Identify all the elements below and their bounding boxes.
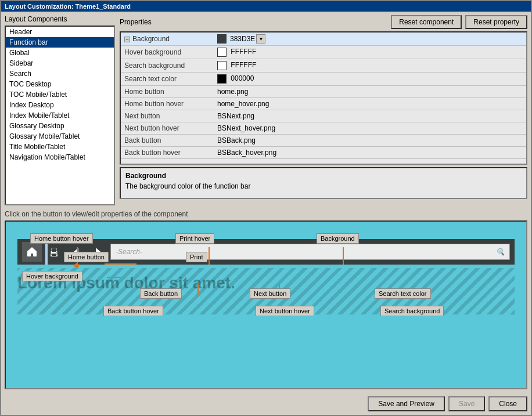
prop-value-search-text-color: 000000 [214, 73, 526, 86]
save-button[interactable]: Save [448, 396, 485, 411]
sidebar-item-title-mobile[interactable]: Title Mobile/Tablet [6, 142, 114, 152]
title-bar: Layout Customization: Theme1_Standard [1, 1, 531, 12]
prop-value-hover-background: FFFFFF [214, 46, 526, 59]
color-value-search-text-color: 000000 [231, 74, 254, 82]
collapse-icon[interactable]: − [124, 37, 130, 42]
annotation-print: Print [186, 252, 207, 262]
properties-panel: Properties Reset component Reset propert… [120, 15, 527, 205]
property-description: Background The background color of the f… [120, 167, 527, 199]
annotation-back-button-hover: Back button hover [103, 306, 163, 316]
description-text: The background color of the function bar [125, 182, 522, 190]
arrow-back-button [197, 283, 199, 295]
search-box-preview[interactable]: -Search- 🔍 [110, 244, 510, 260]
svg-rect-5 [52, 248, 56, 252]
swatch-background[interactable] [217, 34, 227, 44]
prop-value-home-button-hover: home_hover.png [214, 98, 526, 110]
sidebar-item-toc-desktop[interactable]: TOC Desktop [6, 79, 114, 89]
properties-table: −Background 383D3E ▼ [121, 32, 526, 159]
sidebar-item-toc-mobile[interactable]: TOC Mobile/Tablet [6, 89, 114, 100]
swatch-hover-background[interactable] [217, 48, 227, 57]
sidebar-item-glossary-mobile[interactable]: Glossary Mobile/Tablet [6, 131, 114, 142]
arrow-home-button-h [105, 263, 136, 265]
color-value-background: 383D3E [230, 35, 255, 43]
prop-name-next-button-hover: Next button hover [121, 122, 214, 135]
sidebar-item-sidebar[interactable]: Sidebar [6, 58, 114, 68]
layout-components-label: Layout Components [5, 15, 115, 23]
prop-value-next-button: BSNext.png [214, 110, 526, 122]
prop-name-home-button: Home button [121, 86, 214, 98]
arrow-background [343, 247, 344, 265]
prop-row-back-button-hover[interactable]: Back button hover BSBack_hover.png [121, 147, 526, 159]
properties-table-wrapper: −Background 383D3E ▼ [120, 31, 527, 165]
sidebar-item-nav-mobile[interactable]: Navigation Mobile/Tablet [6, 152, 114, 162]
svg-point-6 [56, 252, 57, 253]
color-value-hover-background: FFFFFF [231, 48, 256, 56]
color-dropdown-background: 383D3E ▼ [217, 34, 523, 44]
prop-row-search-text-color[interactable]: Search text color 000000 [121, 73, 526, 86]
save-preview-button[interactable]: Save and Preview [368, 396, 445, 411]
prop-row-back-button[interactable]: Back button BSBack.png [121, 135, 526, 147]
annotation-home-button: Home button [64, 252, 109, 262]
prop-row-next-button-hover[interactable]: Next button hover BSNext_hover.png [121, 122, 526, 135]
sidebar-item-global[interactable]: Global [6, 48, 114, 58]
prop-row-search-background[interactable]: Search background FFFFFF [121, 59, 526, 73]
sidebar-item-index-desktop[interactable]: Index Desktop [6, 100, 114, 110]
properties-label: Properties [120, 18, 152, 26]
prop-row-home-button[interactable]: Home button home.png [121, 86, 526, 98]
prop-value-next-button-hover: BSNext_hover.png [214, 122, 526, 135]
swatch-search-text-color[interactable] [217, 74, 227, 84]
prop-row-home-button-hover[interactable]: Home button hover home_hover.png [121, 98, 526, 110]
layout-list: Header Function bar Global Sidebar Searc… [5, 26, 115, 205]
prop-row-next-button[interactable]: Next button BSNext.png [121, 110, 526, 122]
properties-header: Properties Reset component Reset propert… [120, 15, 527, 29]
annotation-back-button: Back button [140, 288, 182, 299]
svg-marker-0 [27, 247, 37, 256]
sidebar-item-glossary-desktop[interactable]: Glossary Desktop [6, 121, 114, 131]
prop-name-back-button: Back button [121, 135, 214, 147]
annotation-background: Background [317, 233, 359, 244]
annotation-search-background: Search background [380, 306, 444, 316]
preview-section: -Search- 🔍 Lorem ipsum dolor sit amet. H… [5, 220, 527, 389]
dropdown-arrow-background[interactable]: ▼ [256, 34, 265, 44]
search-icon-preview: 🔍 [496, 248, 505, 256]
sidebar-item-search[interactable]: Search [6, 68, 114, 79]
annotation-print-hover: Print hover [175, 233, 214, 244]
window-title: Layout Customization: Theme1_Standard [5, 3, 131, 10]
annotation-next-button-hover: Next button hover [256, 306, 314, 316]
prop-name-next-button: Next button [121, 110, 214, 122]
arrow-hover-bg [107, 277, 121, 278]
prop-value-search-background: FFFFFF [214, 59, 526, 73]
annotation-search-text-color: Search text color [375, 288, 431, 299]
prop-value-home-button: home.png [214, 86, 526, 98]
sidebar-item-index-mobile[interactable]: Index Mobile/Tablet [6, 110, 114, 121]
prop-value-back-button-hover: BSBack_hover.png [214, 147, 526, 159]
home-button-preview[interactable] [22, 242, 42, 262]
reset-property-button[interactable]: Reset property [465, 15, 527, 29]
prop-name-home-button-hover: Home button hover [121, 98, 214, 110]
prop-name-background: −Background [121, 32, 214, 46]
annotation-home-button-hover: Home button hover [30, 233, 93, 244]
prop-name-back-button-hover: Back button hover [121, 147, 214, 159]
prop-row-background[interactable]: −Background 383D3E ▼ [121, 32, 526, 46]
footer: Save and Preview Save Close [1, 393, 531, 415]
prop-row-hover-background[interactable]: Hover background FFFFFF [121, 46, 526, 59]
prop-value-background: 383D3E ▼ [214, 32, 526, 46]
color-value-search-background: FFFFFF [231, 61, 256, 69]
layout-components-panel: Layout Components Header Function bar Gl… [5, 15, 115, 205]
search-placeholder: -Search- [116, 248, 142, 256]
prop-value-back-button: BSBack.png [214, 135, 526, 147]
close-button[interactable]: Close [488, 396, 527, 411]
arrow-print-hover [209, 247, 210, 265]
description-title: Background [125, 172, 522, 180]
svg-rect-4 [52, 254, 56, 256]
hint-text: Click on the button to view/edit propert… [5, 210, 527, 218]
main-window: Layout Customization: Theme1_Standard La… [0, 0, 532, 416]
sidebar-item-function-bar[interactable]: Function bar [6, 37, 114, 48]
sidebar-item-header[interactable]: Header [6, 27, 114, 37]
swatch-search-background[interactable] [217, 61, 227, 70]
prop-name-search-text-color: Search text color [121, 73, 214, 86]
dot-home-button-hover [74, 263, 79, 268]
reset-component-button[interactable]: Reset component [391, 15, 462, 29]
annotation-hover-background: Hover background [22, 271, 82, 281]
prop-name-search-background: Search background [121, 59, 214, 73]
